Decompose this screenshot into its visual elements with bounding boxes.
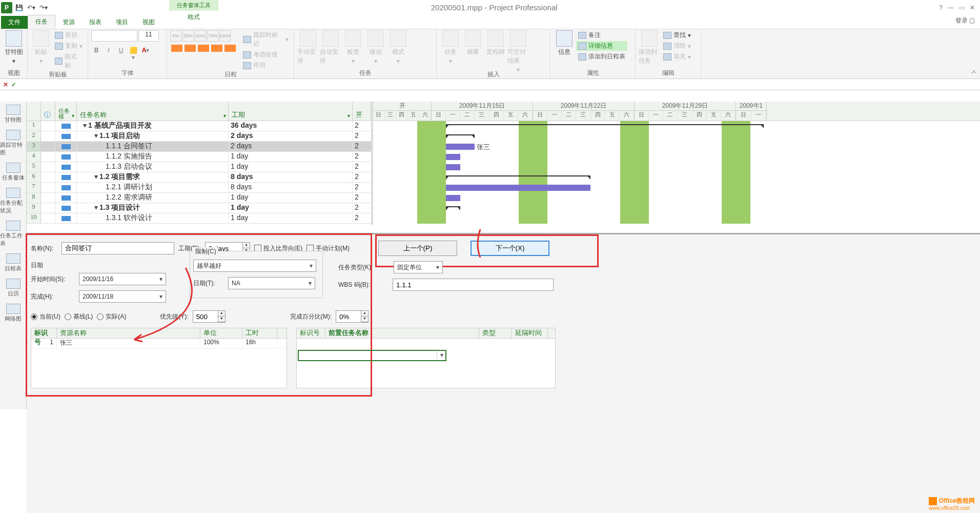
task-row[interactable]: 81.2.2 需求调研1 day2: [27, 193, 371, 203]
notes-button[interactable]: 备注: [576, 30, 627, 40]
gantt-body[interactable]: 张三: [373, 121, 980, 224]
tab-report[interactable]: 报表: [82, 16, 109, 29]
task-row[interactable]: 51.1.3 启动会议1 day2: [27, 162, 371, 172]
summary-button[interactable]: 摘要: [462, 30, 484, 56]
res-col-name[interactable]: 资源名称: [57, 328, 200, 338]
col-duration[interactable]: 工期▾: [229, 102, 353, 121]
close-icon[interactable]: ✕: [970, 4, 975, 11]
res-col-id[interactable]: 标识号: [31, 328, 57, 338]
view-跟踪甘特图[interactable]: 跟踪甘特图: [0, 127, 26, 160]
view-甘特图[interactable]: 甘特图: [0, 102, 26, 127]
col-name[interactable]: 任务名称▾: [77, 102, 229, 121]
tab-project[interactable]: 项目: [109, 16, 135, 29]
fill-button[interactable]: 填充▾: [661, 52, 693, 62]
file-tab[interactable]: 文件: [1, 16, 28, 29]
view-任务工作表[interactable]: 任务工作表: [0, 218, 26, 250]
task-bar[interactable]: [446, 185, 590, 191]
manual-schedule-button[interactable]: 手动安排: [297, 30, 319, 65]
fill-color-button[interactable]: 🟨▾: [128, 47, 138, 61]
app-icon[interactable]: P: [1, 2, 12, 13]
col-mode[interactable]: 任务模▾: [55, 102, 77, 121]
percent-spinner[interactable]: ▲▼: [361, 310, 369, 323]
deliverable-button[interactable]: 可交付结果▾: [507, 30, 529, 73]
copy-button[interactable]: 复制▾: [53, 41, 85, 51]
view-日程表[interactable]: 日程表: [0, 250, 26, 275]
col-start[interactable]: 开: [353, 102, 371, 121]
font-color-button[interactable]: A▾: [140, 47, 151, 61]
task-bar[interactable]: [446, 164, 460, 170]
previous-button[interactable]: 上一个(P): [378, 241, 457, 256]
task-type-combo[interactable]: 固定单位: [394, 261, 443, 273]
information-button[interactable]: 信息: [554, 30, 575, 56]
gantt-view-button[interactable]: 甘特图▾: [3, 30, 24, 65]
actual-radio[interactable]: 实际(A): [97, 312, 126, 321]
task-row[interactable]: 71.2.1 调研计划8 days2: [27, 183, 371, 193]
pred-col-lag[interactable]: 延隔时间: [512, 328, 548, 338]
details-button[interactable]: 详细信息: [576, 41, 627, 51]
find-button[interactable]: 查找▾: [661, 30, 693, 40]
task-row[interactable]: 2▾1.1 项目启动2 days2: [27, 131, 371, 142]
inspect-button[interactable]: 检查▾: [342, 30, 364, 65]
bold-button[interactable]: B: [91, 47, 101, 61]
respect-links-button[interactable]: 考虑链接: [241, 50, 291, 60]
start-date-combo[interactable]: 2009/11/16: [79, 273, 166, 285]
task-row[interactable]: 9▾1.3 项目设计1 day2: [27, 203, 371, 213]
undo-icon[interactable]: ↶▾: [26, 2, 37, 13]
clear-button[interactable]: 清除▾: [661, 41, 693, 51]
track-button[interactable]: 跟踪时标记▾: [241, 30, 291, 49]
constraint-type-combo[interactable]: 越早越好: [193, 260, 316, 272]
constraint-date-combo[interactable]: NA: [228, 277, 315, 289]
cancel-entry-icon[interactable]: ✕: [3, 81, 8, 88]
name-input[interactable]: [62, 242, 174, 254]
pred-col-name[interactable]: 前置任务名称: [325, 328, 479, 338]
priority-spinner[interactable]: ▲▼: [218, 310, 226, 323]
login-link[interactable]: 登录 ▢: [955, 16, 975, 25]
pred-col-type[interactable]: 类型: [479, 328, 512, 338]
redo-icon[interactable]: ↷▾: [38, 2, 49, 13]
percent-complete-input[interactable]: [336, 310, 361, 323]
minimize-icon[interactable]: —: [948, 4, 954, 11]
task-row[interactable]: 31.1.1 合同签订2 days2: [27, 142, 371, 152]
view-网络图[interactable]: 网络图: [0, 301, 26, 326]
task-bar[interactable]: [446, 154, 460, 160]
format-painter-button[interactable]: 格式刷: [53, 52, 85, 70]
italic-button[interactable]: I: [104, 47, 114, 61]
finish-date-combo[interactable]: 2009/11/18: [79, 290, 166, 303]
task-bar[interactable]: [446, 144, 475, 150]
predecessor-name-combo[interactable]: [298, 350, 446, 361]
task-row[interactable]: 101.3.1 软件设计1 day2: [27, 213, 371, 224]
save-icon[interactable]: 💾: [13, 2, 25, 13]
tab-task[interactable]: 任务: [28, 15, 55, 29]
res-col-unit[interactable]: 单位: [200, 328, 242, 338]
wbs-input[interactable]: [393, 279, 554, 291]
task-bar[interactable]: [446, 195, 460, 201]
font-size-select[interactable]: 11: [138, 30, 159, 42]
res-col-work[interactable]: 工时: [242, 328, 277, 338]
paste-button[interactable]: 粘贴▾: [31, 30, 52, 65]
move-button[interactable]: 移动▾: [365, 30, 386, 65]
help-icon[interactable]: ?: [939, 4, 943, 11]
view-任务分配状况[interactable]: 任务分配状况: [0, 185, 26, 218]
task-row[interactable]: 41.1.2 实施报告1 day2: [27, 152, 371, 162]
tab-view[interactable]: 视图: [135, 16, 162, 29]
collapse-ribbon-icon[interactable]: ㅅ: [971, 68, 977, 76]
view-日历[interactable]: 日历: [0, 275, 26, 301]
res-row[interactable]: 1 张三 100% 16h: [31, 339, 287, 349]
col-rownum[interactable]: [27, 102, 41, 121]
scroll-to-task-button[interactable]: 滚动到任务: [639, 30, 660, 65]
view-任务窗体[interactable]: 任务窗体: [0, 160, 26, 185]
add-timeline-button[interactable]: 添加到日程表: [576, 52, 627, 62]
inactivate-button[interactable]: 停用: [241, 61, 291, 70]
cut-button[interactable]: 剪切: [53, 30, 85, 40]
mode-button[interactable]: 模式▾: [387, 30, 409, 65]
task-row[interactable]: 6▾1.2 项目需求8 days2: [27, 172, 371, 183]
current-radio[interactable]: 当前(U): [31, 312, 60, 321]
pred-col-id[interactable]: 标识号: [297, 328, 325, 338]
format-tab[interactable]: 格式: [169, 11, 218, 24]
col-info[interactable]: ⓘ: [41, 102, 55, 121]
font-family-select[interactable]: [91, 30, 137, 42]
tab-resource[interactable]: 资源: [55, 16, 82, 29]
underline-button[interactable]: U: [116, 47, 126, 61]
baseline-radio[interactable]: 基线(L): [65, 312, 93, 321]
accept-entry-icon[interactable]: ✓: [11, 81, 16, 88]
